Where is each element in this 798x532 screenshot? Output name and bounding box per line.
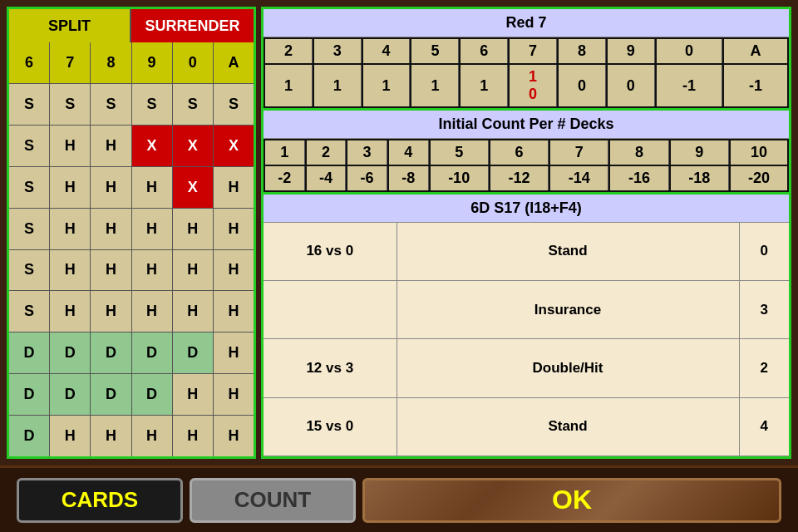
ic-h-1: 1 — [265, 140, 305, 165]
ok-button[interactable]: OK — [362, 478, 781, 523]
left-cell-3-2: H — [91, 209, 131, 249]
red7-section: Red 7 2 3 4 5 6 7 8 9 0 A 1 1 1 — [264, 9, 789, 111]
ic-h-5: 5 — [431, 140, 489, 165]
red7-title: Red 7 — [264, 9, 789, 37]
red7-h-3: 3 — [314, 39, 362, 63]
left-cell-6-2: D — [91, 332, 131, 373]
red7-h-5: 5 — [411, 39, 459, 63]
red7-h-6: 6 — [461, 39, 508, 63]
left-cell-5-4: H — [173, 291, 214, 332]
left-cell-1-5: X — [214, 126, 254, 166]
ic-v-8: -16 — [610, 166, 668, 190]
left-header-cell: A — [214, 42, 254, 83]
left-cell-3-3: H — [132, 209, 173, 249]
index-row-1: Insurance 3 — [264, 280, 789, 338]
index-title: 6D S17 (I18+F4) — [264, 195, 789, 223]
left-cell-4-4: H — [173, 250, 214, 291]
index-table: 16 vs 0 Stand 0 Insurance 3 12 vs 3 Doub… — [264, 223, 789, 456]
ic-h-10: 10 — [731, 140, 787, 165]
red7-v-6: 1 — [461, 65, 508, 106]
left-cell-5-3: H — [132, 291, 173, 332]
left-cell-0-5: S — [214, 84, 254, 125]
left-cell-2-4: X — [173, 167, 214, 208]
left-cell-0-1: S — [50, 84, 91, 125]
left-cell-3-5: H — [214, 209, 254, 249]
left-cell-1-4: X — [173, 126, 214, 166]
left-cell-8-0: D — [9, 416, 50, 456]
ic-v-3: -6 — [347, 166, 387, 190]
left-cell-2-3: H — [132, 167, 173, 208]
left-cell-1-3: X — [132, 126, 173, 166]
cards-button[interactable]: CARDS — [17, 478, 183, 523]
surrender-label: SURRENDER — [131, 9, 254, 42]
red7-h-4: 4 — [363, 39, 411, 63]
left-cell-4-2: H — [91, 250, 131, 291]
left-cell-0-4: S — [173, 84, 214, 125]
index-row-2: 12 vs 3 Double/Hit 2 — [264, 339, 789, 397]
left-cell-4-0: S — [9, 250, 50, 291]
ic-v-1: -2 — [265, 166, 305, 190]
left-cell-3-4: H — [173, 209, 214, 249]
ic-h-4: 4 — [389, 140, 429, 165]
left-cell-8-5: H — [214, 416, 254, 456]
ic-v-5: -10 — [431, 166, 489, 190]
left-panel: SPLIT SURRENDER 67890ASSSSSSSHHXXXSHHHXH… — [7, 7, 256, 459]
left-cell-5-5: H — [214, 291, 254, 332]
left-cell-8-4: H — [173, 416, 214, 456]
left-cell-7-1: D — [50, 374, 91, 415]
count-button[interactable]: COUNT — [190, 478, 356, 523]
left-row-2: SHHHXH — [9, 167, 254, 209]
initial-header-row: 1 2 3 4 5 6 7 8 9 10 — [265, 140, 787, 165]
red7-h-2: 2 — [265, 39, 313, 63]
left-cell-0-0: S — [9, 84, 50, 125]
ic-h-9: 9 — [671, 140, 729, 165]
red7-v-7: 10 — [510, 65, 557, 106]
initial-values-row: -2 -4 -6 -8 -10 -12 -14 -16 -18 -20 — [265, 166, 787, 190]
left-row-8: DHHHHH — [9, 416, 254, 456]
left-cell-3-0: S — [9, 209, 50, 249]
left-cell-6-3: D — [132, 332, 173, 373]
initial-count-title: Initial Count Per # Decks — [264, 111, 789, 139]
red7-values-row: 1 1 1 1 1 10 0 0 -1 -1 — [265, 65, 787, 106]
ic-h-8: 8 — [610, 140, 668, 165]
red7-h-8: 8 — [559, 39, 606, 63]
index-val-1: 3 — [739, 280, 789, 338]
index-left-0: 16 vs 0 — [264, 223, 397, 280]
left-cell-7-2: D — [91, 374, 131, 415]
red7-v-5: 1 — [411, 65, 459, 106]
red7-v-4: 1 — [363, 65, 411, 106]
left-cell-7-0: D — [9, 374, 50, 415]
index-action-2: Double/Hit — [397, 339, 739, 397]
left-cell-5-2: H — [91, 291, 131, 332]
index-val-2: 2 — [739, 339, 789, 397]
initial-count-table: 1 2 3 4 5 6 7 8 9 10 -2 -4 -6 -8 -10 — [264, 139, 789, 192]
left-cell-2-5: H — [214, 167, 254, 208]
left-cell-4-3: H — [132, 250, 173, 291]
left-cell-4-5: H — [214, 250, 254, 291]
split-label: SPLIT — [9, 9, 131, 42]
red7-h-9: 9 — [608, 39, 655, 63]
ic-v-6: -12 — [490, 166, 549, 190]
index-val-0: 0 — [739, 223, 789, 280]
ic-v-9: -18 — [671, 166, 729, 190]
index-action-1: Insurance — [397, 280, 739, 338]
red7-v-8: 0 — [559, 65, 606, 106]
left-cell-2-0: S — [9, 167, 50, 208]
left-cell-2-1: H — [50, 167, 91, 208]
ic-h-6: 6 — [490, 140, 549, 165]
left-cell-1-0: S — [9, 126, 50, 166]
left-cell-1-2: H — [91, 126, 131, 166]
index-section: 6D S17 (I18+F4) 16 vs 0 Stand 0 Insuranc… — [264, 195, 789, 456]
left-cell-0-3: S — [132, 84, 173, 125]
red7-table: 2 3 4 5 6 7 8 9 0 A 1 1 1 1 1 10 — [264, 37, 789, 108]
left-cell-6-0: D — [9, 332, 50, 373]
ic-h-3: 3 — [347, 140, 387, 165]
ic-v-10: -20 — [731, 166, 787, 190]
left-row-4: SHHHHH — [9, 250, 254, 292]
red7-v-a: -1 — [724, 65, 787, 106]
ic-v-4: -8 — [389, 166, 429, 190]
left-cell-5-1: H — [50, 291, 91, 332]
red7-v-2: 1 — [265, 65, 313, 106]
left-cell-7-4: H — [173, 374, 214, 415]
index-val-3: 4 — [739, 397, 789, 456]
